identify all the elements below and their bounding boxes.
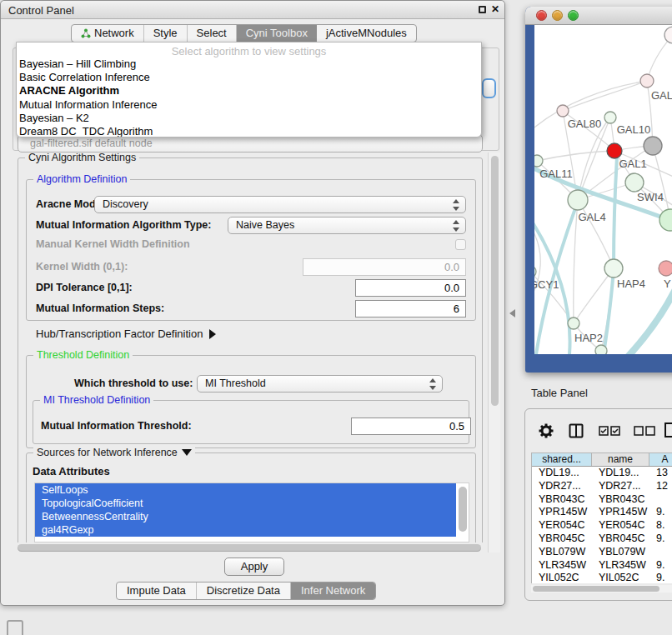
tab-jactivemnodules[interactable]: jActiveMNodules	[317, 25, 416, 42]
new-table-icon[interactable]	[664, 422, 672, 438]
table-row[interactable]: YBL079W YBL079W	[532, 546, 672, 559]
algorithm-combobox-spinner[interactable]	[482, 78, 496, 98]
table-row[interactable]: YBR045C YBR045C 9.	[532, 532, 672, 546]
network-node[interactable]	[568, 318, 579, 329]
restore-window-icon[interactable]	[479, 6, 486, 13]
table-row[interactable]: YIL052C YIL052C 9.	[532, 572, 672, 583]
attribute-item[interactable]: gal4RGexp	[35, 523, 456, 537]
tab-impute-data[interactable]: Impute Data	[117, 582, 197, 599]
dropdown-item[interactable]: ARACNE Algorithm	[17, 84, 481, 98]
dropdown-item[interactable]: Mutual Information Inference	[17, 98, 481, 112]
settings-viewport: Cyni Algorithm Settings Algorithm Defini…	[13, 152, 488, 542]
dropdown-item[interactable]: Bayesian – Hill Climbing	[17, 58, 481, 71]
scrollbar-thumb[interactable]	[491, 156, 499, 406]
tab-network[interactable]: Network	[72, 25, 144, 42]
dpi-tolerance-field[interactable]: 0.0	[355, 279, 466, 297]
mi-steps-label: Mutual Information Steps:	[36, 300, 164, 318]
network-edge[interactable]	[563, 81, 647, 111]
column-header-name[interactable]: name	[592, 453, 649, 466]
network-node[interactable]	[604, 112, 616, 123]
dropdown-placeholder: Select algorithm to view settings	[17, 45, 481, 58]
scrollbar-thumb[interactable]	[18, 544, 481, 552]
close-window-icon[interactable]: ✕	[491, 3, 499, 15]
network-node[interactable]	[644, 137, 662, 155]
network-edge[interactable]	[604, 268, 614, 354]
column-header-shared-name[interactable]: shared...	[532, 453, 592, 466]
attribute-item[interactable]: SelfLoops	[35, 483, 456, 497]
gear-icon[interactable]	[539, 423, 554, 438]
cell-name: YBR043C	[592, 493, 649, 507]
network-node[interactable]	[625, 173, 644, 192]
network-node[interactable]	[659, 209, 672, 231]
network-edge[interactable]	[614, 157, 617, 268]
mi-threshold-label: Mutual Information Threshold:	[41, 418, 192, 435]
attribute-item[interactable]: TopologicalCoefficient	[35, 497, 456, 510]
network-edge[interactable]	[537, 151, 614, 161]
attribute-item[interactable]: BetweennessCentrality	[35, 510, 456, 523]
tab-select[interactable]: Select	[188, 25, 237, 42]
network-node[interactable]	[607, 143, 622, 158]
manual-kernel-width-checkbox[interactable]	[455, 239, 466, 250]
network-node-label: HAP2	[574, 332, 603, 344]
zoom-traffic-light-icon[interactable]	[568, 10, 579, 21]
table-row[interactable]: YLR345W YLR345W 9.	[532, 559, 672, 572]
apply-button[interactable]: Apply	[224, 558, 284, 576]
minimize-traffic-light-icon[interactable]	[552, 10, 563, 21]
network-node[interactable]	[534, 155, 543, 167]
data-attributes-list: SelfLoopsTopologicalCoefficientBetweenne…	[34, 482, 469, 542]
split-columns-icon[interactable]	[569, 423, 584, 438]
dropdown-item[interactable]: Dream8 DC_TDC Algorithm	[17, 125, 481, 137]
settings-vertical-scrollbar[interactable]	[488, 152, 500, 552]
hub-section-toggle[interactable]: Hub/Transcription Factor Definition	[36, 325, 216, 342]
settings-horizontal-scrollbar[interactable]	[13, 542, 488, 552]
network-node[interactable]	[659, 261, 672, 276]
cell-shared-name: YBR045C	[532, 532, 592, 546]
network-node[interactable]	[557, 105, 569, 117]
column-header-partial[interactable]: A	[649, 453, 672, 466]
table-row[interactable]: YDR27... YDR27... 12	[532, 480, 672, 493]
kernel-width-field[interactable]: 0.0	[303, 258, 466, 276]
deselect-all-checkboxes-icon[interactable]	[634, 426, 655, 436]
cell-name: YBL079W	[592, 546, 649, 559]
aracne-mode-value: Discovery	[103, 198, 148, 210]
sources-group-title[interactable]: Sources for Network Inference	[33, 447, 195, 458]
network-node[interactable]	[568, 190, 588, 210]
tab-cyni-toolbox[interactable]: Cyni Toolbox	[237, 25, 317, 42]
dropdown-item-list: Bayesian – Hill ClimbingBasic Correlatio…	[17, 58, 481, 137]
which-threshold-combobox[interactable]: MI Threshold	[197, 375, 443, 392]
network-node[interactable]	[534, 266, 536, 278]
select-all-checkboxes-icon[interactable]	[599, 426, 620, 436]
scrollbar-thumb[interactable]	[533, 586, 659, 592]
control-panel-tabs: Network Style Select Cyni Toolbox jActiv…	[71, 24, 417, 42]
tab-infer-network[interactable]: Infer Network	[291, 582, 375, 599]
mi-threshold-field[interactable]: 0.5	[351, 418, 471, 435]
attribute-list-scrollbar[interactable]	[459, 487, 467, 532]
network-canvas[interactable]: GAL80GAL10GAL7GAL1GAL11GAL4SWI4GCY1HAP4Y…	[534, 25, 672, 354]
table-row[interactable]: YPR145W YPR145W 9.	[532, 506, 672, 519]
network-edge[interactable]	[574, 200, 578, 323]
threshold-definition-title: Threshold Definition	[33, 349, 133, 361]
table-row[interactable]: YDL19... YDL19... 13	[532, 467, 672, 480]
table-row[interactable]: YBR043C YBR043C	[532, 493, 672, 507]
dropdown-item[interactable]: Basic Correlation Inference	[17, 71, 481, 84]
close-traffic-light-icon[interactable]	[536, 10, 547, 21]
network-node[interactable]	[640, 74, 654, 88]
aracne-mode-combobox[interactable]: Discovery	[94, 196, 466, 213]
network-edge[interactable]	[653, 146, 670, 220]
network-node[interactable]	[604, 259, 623, 278]
table-row[interactable]: YER054C YER054C 8.	[532, 519, 672, 532]
tab-discretize-data[interactable]: Discretize Data	[197, 582, 291, 599]
dropdown-item[interactable]: Bayesian – K2	[17, 112, 481, 125]
collapsed-panel-icon[interactable]	[7, 620, 23, 635]
cell-partial: 8.	[649, 519, 672, 532]
panel-splitter-arrow-icon[interactable]	[509, 309, 515, 318]
network-node-label: GAL10	[617, 123, 650, 136]
network-node[interactable]	[664, 27, 672, 43]
network-node[interactable]	[595, 345, 607, 354]
tab-style[interactable]: Style	[144, 25, 188, 42]
mi-steps-field[interactable]: 6	[355, 300, 466, 318]
mi-algorithm-type-combobox[interactable]: Naive Bayes	[228, 217, 466, 234]
table-horizontal-scrollbar[interactable]	[531, 585, 672, 592]
manual-kernel-width-label: Manual Kernel Width Definition	[36, 236, 190, 253]
tab-network-label: Network	[94, 25, 134, 42]
